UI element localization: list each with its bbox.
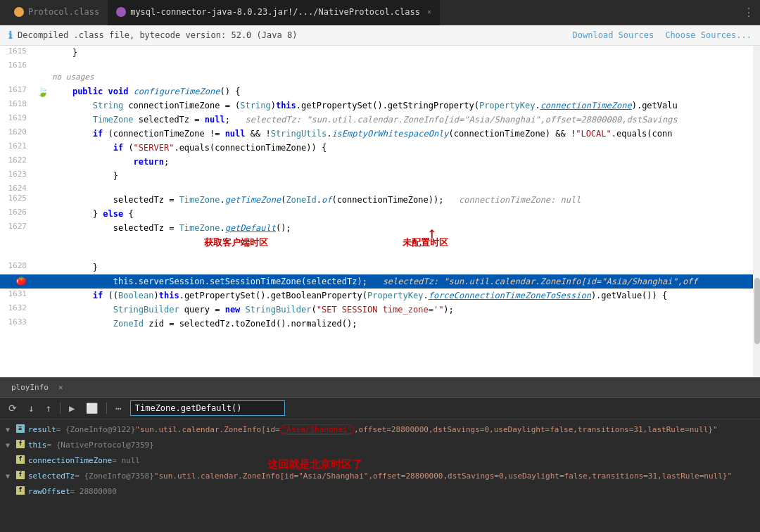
line-number: 1618	[0, 99, 35, 113]
tree-expand-icon: ▼	[6, 439, 15, 452]
var-name: connectionTimeZone	[28, 455, 112, 467]
line-code: if ((Boolean)this.getPropertySet().getBo…	[49, 289, 760, 303]
field-type-icon-2: f	[16, 455, 25, 464]
table-row: 1620 if (connectionTimeZone != null && !…	[0, 127, 760, 141]
line-gutter	[35, 127, 49, 141]
var-addr: = {ZoneInfo@7358}	[75, 470, 154, 483]
line-code: }	[49, 260, 760, 274]
tree-expand-icon: ▼	[6, 470, 15, 483]
resume-btn[interactable]: ▶	[66, 401, 77, 415]
list-item[interactable]: ▼ f selectedTz = {ZoneInfo@7358} "sun.ut…	[0, 469, 760, 484]
table-row: 1619 TimeZone selectedTz = null; selecte…	[0, 113, 760, 127]
info-text: Decompiled .class file, bytecode version…	[18, 30, 573, 40]
line-gutter	[35, 99, 49, 113]
tab-close-icon[interactable]: ✕	[427, 8, 431, 15]
step-out-btn[interactable]: ↑	[42, 401, 53, 415]
line-number: 1620	[0, 127, 35, 141]
table-row: 1625 selectedTz = TimeZone.getTimeZone(Z…	[0, 193, 760, 207]
table-row: 1621 if ("SERVER".equals(connectionTimeZ…	[0, 141, 760, 155]
result-icon: ≡	[15, 424, 25, 433]
line-code: }	[49, 46, 760, 60]
list-item[interactable]: f connectionTimeZone = null	[0, 453, 760, 469]
annotation-row: 获取客户端时区 ↑ 未配置时区	[0, 235, 760, 260]
line-gutter	[35, 303, 49, 317]
table-row-highlighted: 🍅 this.serverSession.setSessionTimeZone(…	[0, 274, 760, 289]
line-code: }	[49, 169, 760, 183]
more-options-icon[interactable]: ⋮	[743, 6, 754, 19]
tab-native-protocol[interactable]: mysql-connector-java-8.0.23.jar!/.../Nat…	[108, 0, 440, 25]
line-number: 1621	[0, 141, 35, 155]
line-code: ZoneId zid = selectedTz.toZoneId().norma…	[49, 317, 760, 331]
panel-tab-label[interactable]: ployInfo	[6, 383, 54, 392]
var-addr: = 28800000	[70, 486, 117, 498]
line-code: no usages	[49, 70, 760, 84]
code-scroll[interactable]: 1615 } 1616 no usages	[0, 46, 760, 377]
panel-tab-close-icon[interactable]: ✕	[58, 383, 63, 392]
line-gutter	[35, 317, 49, 331]
table-row: 1616	[0, 60, 760, 70]
table-row: 1615 }	[0, 46, 760, 60]
line-number: 1627	[0, 221, 35, 235]
scrollbar[interactable]	[753, 46, 760, 377]
field-type-icon-4: f	[16, 486, 25, 495]
field-icon: f	[15, 455, 25, 464]
table-row: 1624	[0, 183, 760, 193]
list-item[interactable]: f rawOffset = 28800000	[0, 484, 760, 500]
line-gutter	[35, 274, 49, 289]
line-number: 1631	[0, 289, 35, 303]
table-row: 1622 return;	[0, 155, 760, 169]
line-code: this.serverSession.setSessionTimeZone(se…	[49, 274, 760, 289]
line-gutter	[35, 46, 49, 60]
var-name: rawOffset	[28, 486, 70, 498]
field-icon: f	[15, 486, 25, 495]
line-code: public void configureTimeZone() {	[49, 84, 760, 99]
var-addr: = {ZoneInfo@9122}	[56, 424, 136, 436]
var-value: "sun.util.calendar.ZoneInfo[id="Asia/Sha…	[154, 470, 732, 483]
tab-label-native: mysql-connector-java-8.0.23.jar!/.../Nat…	[130, 7, 420, 17]
line-gutter	[35, 70, 49, 84]
var-name: result	[28, 424, 56, 436]
tab-icon-orange	[14, 7, 24, 17]
stop-btn[interactable]: ⬜	[83, 401, 101, 415]
step-into-btn[interactable]: ↓	[25, 401, 37, 415]
tab-bar: Protocol.class mysql-connector-java-8.0.…	[0, 0, 760, 25]
line-number: 🍅	[0, 274, 35, 289]
line-gutter	[35, 260, 49, 274]
list-item[interactable]: ▼ ≡ result = {ZoneInfo@9122} "sun.util.c…	[0, 422, 760, 438]
choose-sources-link[interactable]: Choose Sources...	[665, 30, 752, 40]
table-row: 1626 } else {	[0, 207, 760, 221]
line-code: String connectionTimeZone = (String)this…	[49, 99, 760, 113]
table-row: 1617 🍃 public void configureTimeZone() {	[0, 84, 760, 99]
line-gutter: 🍃	[35, 84, 49, 99]
download-sources-link[interactable]: Download Sources	[573, 30, 654, 40]
tab-icon-purple	[116, 7, 126, 17]
var-name: selectedTz	[28, 470, 75, 483]
step-over-btn[interactable]: ⟳	[6, 401, 20, 415]
line-number: 1623	[0, 169, 35, 183]
more-btn[interactable]: ⋯	[113, 401, 124, 415]
field-icon: f	[15, 470, 25, 480]
info-bar: ℹ Decompiled .class file, bytecode versi…	[0, 25, 760, 46]
line-number: 1633	[0, 317, 35, 331]
line-gutter	[35, 141, 49, 155]
line-code: TimeZone selectedTz = null; selectedTz: …	[49, 113, 760, 127]
var-name: this	[28, 439, 47, 452]
table-row: 1632 StringBuilder query = new StringBui…	[0, 303, 760, 317]
line-code: } else {	[49, 207, 760, 221]
line-number: 1616	[0, 60, 35, 70]
line-number: 1628	[0, 260, 35, 274]
tab-protocol[interactable]: Protocol.class	[6, 0, 108, 25]
line-number: 1622	[0, 155, 35, 169]
var-addr: = {NativeProtocol@7359}	[47, 439, 154, 452]
tree-expand-icon: ▼	[6, 424, 15, 436]
annotation-get-client-tz: 获取客户端时区	[204, 236, 268, 249]
expression-input[interactable]	[130, 400, 285, 416]
line-number: 1615	[0, 46, 35, 60]
field-type-icon: f	[16, 440, 25, 448]
line-code: selectedTz = TimeZone.getTimeZone(ZoneId…	[49, 193, 760, 207]
line-number: 1632	[0, 303, 35, 317]
line-gutter	[35, 113, 49, 127]
field-icon: f	[15, 439, 25, 449]
list-item[interactable]: ▼ f this = {NativeProtocol@7359}	[0, 438, 760, 453]
table-row: 1623 }	[0, 169, 760, 183]
